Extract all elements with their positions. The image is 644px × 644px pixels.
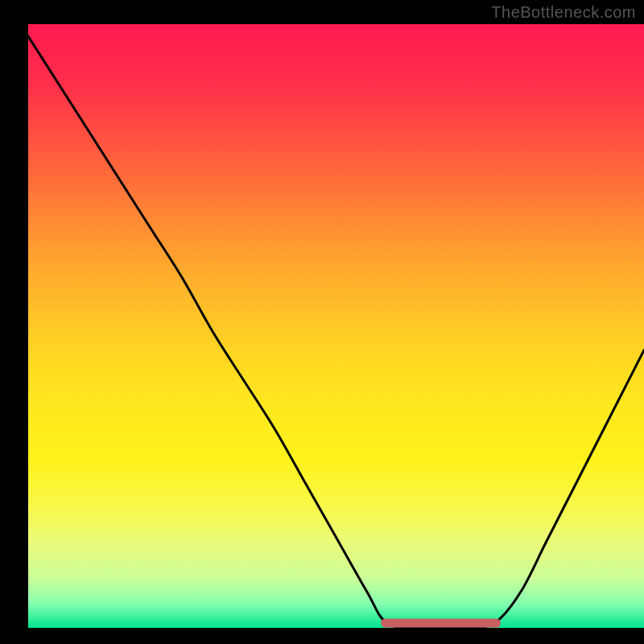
bottleneck-curve <box>28 36 644 628</box>
attribution-text: TheBottleneck.com <box>491 3 636 22</box>
bottleneck-curve-svg <box>28 24 644 628</box>
chart-plot-area <box>28 24 644 628</box>
